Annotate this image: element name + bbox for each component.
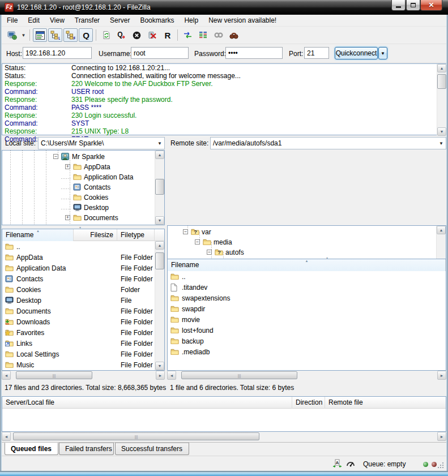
maximize-button[interactable] (406, 0, 420, 11)
menu-item-bookmarks[interactable]: Bookmarks (135, 15, 179, 25)
transfer-type-icon[interactable]: A (332, 459, 342, 468)
scroll-right-button[interactable]: ► (437, 432, 446, 441)
file-row-Desktop[interactable]: Desktop File (2, 295, 164, 306)
remote-site-combobox[interactable]: /var/media/autofs/sda1 ▼ (210, 137, 446, 149)
column-header-filesize[interactable]: Filesize (74, 229, 117, 241)
tree-item-application-data[interactable]: Application Data (2, 172, 155, 182)
local-file-list[interactable]: Filename ▲Filesize Filetype .. AppData F… (2, 229, 165, 371)
tree-item-cookies[interactable]: Cookies (2, 192, 155, 203)
comparison-view-button[interactable] (196, 28, 210, 42)
scroll-up-button[interactable]: ▲ (155, 151, 164, 159)
toggle-queue-button[interactable]: Q (79, 28, 93, 42)
port-input[interactable] (304, 47, 329, 59)
chevron-down-icon[interactable]: ▼ (439, 141, 443, 146)
file-row-Contacts[interactable]: Contacts File Folder (2, 273, 164, 284)
menu-item-new-version-available[interactable]: New version available! (203, 15, 281, 25)
file-row-Cookies[interactable]: Cookies Folder (2, 284, 164, 295)
scroll-left-button[interactable]: ◄ (2, 432, 11, 441)
username-input[interactable] (131, 47, 189, 59)
speed-limit-icon[interactable] (346, 460, 355, 468)
file-row--[interactable]: .. (2, 241, 164, 252)
toggle-message-log-button[interactable] (33, 28, 47, 42)
tab-queued-files[interactable]: Queued files (5, 443, 58, 455)
column-header-filename[interactable]: Filename ▲ (2, 229, 74, 241)
file-row--titandev[interactable]: .titandev (168, 282, 446, 293)
scroll-down-button[interactable]: ▼ (437, 127, 446, 136)
scroll-left-button[interactable]: ◄ (2, 371, 11, 380)
menu-item-edit[interactable]: Edit (23, 15, 45, 25)
queue-column-direction[interactable]: Direction (292, 397, 325, 409)
find-files-button[interactable] (227, 28, 241, 42)
scrollbar-thumb[interactable]: ||| (13, 432, 259, 440)
quickconnect-button[interactable]: Quickconnect (335, 47, 378, 59)
toggle-remote-tree-button[interactable]: F (63, 28, 78, 42)
local-horizontal-scrollbar[interactable]: ◄ ||| ► (2, 371, 165, 380)
file-row-Links[interactable]: Links File Folder (2, 338, 164, 349)
site-manager-dropdown[interactable]: ▼ (20, 28, 27, 42)
password-input[interactable] (225, 47, 283, 59)
queue-column-remote[interactable]: Remote file (325, 397, 446, 409)
scrollbar-thumb[interactable] (155, 252, 164, 269)
file-row--[interactable]: .. (168, 271, 446, 282)
tab-failed-transfers[interactable]: Failed transfers (59, 443, 114, 455)
message-log[interactable]: Status:Connecting to 192.168.1.20:21... … (2, 63, 446, 135)
tree-item-documents[interactable]: + Documents (2, 213, 155, 223)
scroll-right-button[interactable]: ► (437, 371, 446, 380)
file-row-swapdir[interactable]: swapdir (168, 303, 446, 314)
synchronized-browsing-button[interactable] (211, 28, 225, 42)
local-site-combobox[interactable]: C:\Users\Mr Sparkle\ ▼ (38, 137, 165, 149)
tree-expander[interactable]: − (207, 250, 212, 255)
local-directory-tree[interactable]: − Mr Sparkle+ AppData Application Data C… (2, 150, 165, 225)
scroll-up-button[interactable]: ▲ (437, 64, 446, 72)
remote-file-list[interactable]: Filename ▲ .. .titandev swapextensions s… (167, 259, 446, 371)
scrollbar-thumb[interactable]: ||| (181, 371, 297, 379)
file-row-lost-found[interactable]: lost+found (168, 325, 446, 336)
file-row-Downloads[interactable]: Downloads File Folder (2, 316, 164, 327)
menu-item-transfer[interactable]: Transfer (70, 15, 105, 25)
tree-item-mr-sparkle[interactable]: − Mr Sparkle (2, 152, 155, 162)
scrollbar-thumb[interactable]: ||| (16, 371, 92, 379)
scroll-left-button[interactable]: ◄ (167, 371, 176, 380)
tree-expander[interactable]: − (53, 154, 58, 159)
toggle-local-tree-button[interactable]: L (48, 28, 62, 42)
scrollbar-thumb[interactable] (155, 179, 164, 195)
file-row-swapextensions[interactable]: swapextensions (168, 293, 446, 303)
file-row-Favorites[interactable]: Favorites File Folder (2, 327, 164, 338)
tree-expander[interactable]: + (65, 215, 70, 220)
scroll-right-button[interactable]: ► (156, 371, 165, 380)
file-row-Local-Settings[interactable]: Local Settings File Folder (2, 349, 164, 359)
minimize-button[interactable] (391, 0, 406, 11)
vertical-scrollbar[interactable]: ▲ ▼ (155, 151, 164, 225)
tree-item-contacts[interactable]: Contacts (2, 182, 155, 192)
quickconnect-dropdown-button[interactable]: ▼ (378, 47, 387, 59)
site-manager-button[interactable] (5, 28, 19, 42)
file-row-Application-Data[interactable]: Application Data File Folder (2, 263, 164, 273)
disconnect-button[interactable] (145, 28, 159, 42)
menu-item-view[interactable]: View (45, 15, 70, 25)
tree-item-downloads[interactable]: + Downloads (2, 223, 155, 225)
tab-successful-transfers[interactable]: Successful transfers (115, 443, 189, 455)
tree-expander[interactable]: + (65, 164, 70, 169)
queue-column-local[interactable]: Server/Local file (2, 397, 292, 409)
cancel-button[interactable] (130, 28, 144, 42)
tree-expander[interactable]: − (183, 229, 188, 234)
file-row-AppData[interactable]: AppData File Folder (2, 252, 164, 263)
vertical-scrollbar[interactable]: ▲ ▼ (155, 241, 164, 370)
vertical-scrollbar[interactable]: ▲ ▼ (437, 64, 446, 136)
file-row-backup[interactable]: backup (168, 336, 446, 346)
column-header-filetype[interactable]: Filetype (117, 229, 155, 241)
tree-item-appdata[interactable]: + AppData (2, 162, 155, 172)
directory-comparison-button[interactable] (181, 28, 195, 42)
tree-item-media[interactable]: − media (168, 237, 436, 247)
chevron-down-icon[interactable]: ▼ (157, 141, 162, 146)
column-header-filename[interactable]: Filename ▲ (168, 259, 446, 271)
refresh-button[interactable] (99, 28, 113, 42)
menu-item-file[interactable]: File (2, 15, 23, 25)
resize-grip[interactable] (437, 462, 445, 469)
scroll-up-button[interactable]: ▲ (155, 241, 164, 250)
host-input[interactable] (23, 47, 92, 59)
file-row-Music[interactable]: Music File Folder (2, 359, 164, 370)
process-queue-button[interactable]: Q (114, 28, 129, 42)
tree-item-autofs[interactable]: − ? autofs (168, 247, 436, 258)
tree-expander[interactable]: − (195, 239, 200, 245)
